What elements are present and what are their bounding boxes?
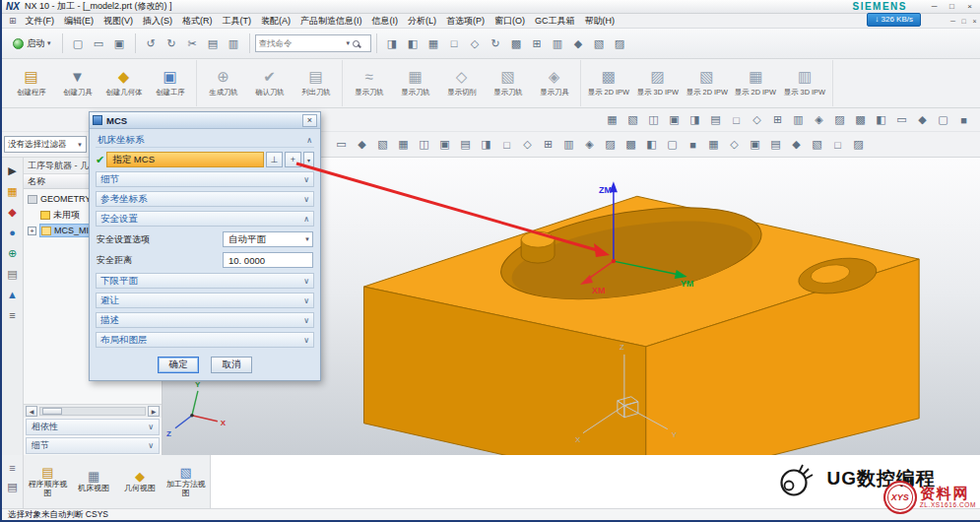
toolbar-icon[interactable]: ◨ [382, 33, 403, 53]
toolbar-icon[interactable]: ▣ [745, 135, 765, 155]
toolbar-icon[interactable]: ▭ [331, 135, 352, 155]
menu-item[interactable]: 插入(S) [138, 15, 177, 28]
toolbar-icon[interactable]: ▦ [602, 110, 622, 130]
toolbar-icon[interactable]: ▢ [933, 110, 953, 130]
toolbar-icon[interactable]: ▢ [68, 33, 89, 53]
close-button[interactable]: × [963, 2, 976, 11]
menu-grid-icon[interactable]: ⊞ [5, 16, 21, 26]
toolbar-icon[interactable]: ⊞ [538, 135, 558, 155]
toolbar-icon[interactable]: ▣ [434, 135, 455, 155]
navigator-view-button[interactable]: ▦ 机床视图 [72, 470, 116, 492]
cancel-button[interactable]: 取消 [211, 357, 252, 373]
toolbar-icon[interactable]: ◆ [352, 135, 372, 155]
scrollbar-track[interactable] [39, 407, 146, 416]
menu-item[interactable]: 信息(I) [367, 15, 404, 28]
toolbar-icon[interactable]: ▦ [424, 33, 444, 53]
toolbar-icon[interactable]: ◇ [724, 135, 745, 155]
scroll-right-icon[interactable]: ▶ [148, 406, 160, 417]
csys-options-caret[interactable]: ▾ [303, 152, 314, 167]
menu-item[interactable]: 编辑(E) [59, 15, 98, 28]
ok-button[interactable]: 确定 [158, 357, 199, 373]
maximize-button[interactable]: □ [946, 2, 958, 11]
dialog-titlebar[interactable]: MCS × [90, 112, 320, 129]
menu-item[interactable]: GC工具箱 [530, 15, 580, 28]
toolbar-icon[interactable]: ▨ [848, 135, 869, 155]
menu-item[interactable]: 帮助(H) [580, 15, 621, 28]
toolbar-icon[interactable]: ◇ [517, 135, 538, 155]
menu-item[interactable]: 窗口(O) [490, 15, 530, 28]
toolbar-icon[interactable]: ▦ [393, 135, 414, 155]
toolbar-icon[interactable]: ⊞ [767, 110, 788, 130]
toolbar-icon[interactable]: ▤ [705, 110, 726, 130]
csys-dialog-button[interactable]: ⊥ [266, 152, 283, 167]
navigator-scrollbar[interactable]: ◀ ▶ [24, 404, 162, 418]
selection-filter[interactable]: 没有选择过滤器 ▼ [4, 136, 87, 153]
doc-restore-button[interactable]: □ [958, 18, 969, 25]
toolbar-icon[interactable]: ◆ [912, 110, 933, 130]
toolbar-icon[interactable]: ▣ [664, 110, 685, 130]
search-icon[interactable] [353, 40, 359, 47]
dialog-close-button[interactable]: × [302, 114, 317, 127]
ribbon-button[interactable]: ▤ 创建程序 [8, 61, 54, 105]
toolbar-icon[interactable]: ▥ [224, 33, 244, 53]
safety-distance-input[interactable]: 10. 0000 [223, 252, 313, 268]
ribbon-button[interactable]: ▼ 创建刀具 [54, 61, 100, 105]
resource-bar-icon[interactable]: ≡ [9, 310, 15, 321]
toolbar-icon[interactable]: ◇ [465, 33, 486, 53]
toolbar-icon[interactable]: ◈ [809, 110, 829, 130]
toolbar-icon[interactable]: ▧ [622, 110, 643, 130]
section-machine-csys[interactable]: 机床坐标系 ∧ [96, 133, 314, 148]
resource-bar-icon[interactable]: ▤ [7, 269, 17, 280]
menu-item[interactable]: 工具(T) [218, 15, 257, 28]
ribbon-button[interactable]: ▧ 显示刀轨 [485, 61, 531, 105]
toolbar-icon[interactable]: ◈ [579, 135, 600, 155]
toolbar-icon[interactable]: ▥ [548, 33, 568, 53]
command-finder[interactable]: ▾ [255, 34, 371, 52]
toolbar-icon[interactable]: ↻ [486, 33, 506, 53]
toolbar-icon[interactable]: ◧ [403, 33, 424, 53]
toolbar-icon[interactable]: ▩ [621, 135, 641, 155]
toolbar-icon[interactable]: ■ [683, 135, 703, 155]
menu-item[interactable]: 分析(L) [403, 15, 441, 28]
start-menu-button[interactable]: 启动 ▾ [7, 34, 57, 53]
toolbar-icon[interactable]: ↺ [141, 33, 162, 53]
toolbar-icon[interactable]: ▭ [89, 33, 109, 53]
toolbar-icon[interactable]: ◨ [685, 110, 705, 130]
command-finder-input[interactable] [259, 38, 344, 48]
resource-bar-icon[interactable]: ⊕ [8, 248, 17, 259]
ribbon-button[interactable]: ▦ 显示 2D IPW [731, 61, 780, 105]
minimize-button[interactable]: ─ [928, 2, 941, 11]
ribbon-button[interactable]: ▨ 显示 3D IPW [633, 61, 683, 105]
specify-mcs-field[interactable]: 指定 MCS [106, 152, 264, 167]
resource-bar-icon[interactable]: ≡ [9, 463, 15, 474]
toolbar-icon[interactable]: ◆ [568, 33, 589, 53]
toolbar-icon[interactable]: ◨ [476, 135, 496, 155]
toolbar-icon[interactable]: ▩ [506, 33, 527, 53]
ribbon-button[interactable]: ▧ 显示 2D IPW [683, 61, 732, 105]
doc-close-button[interactable]: × [969, 18, 980, 25]
ribbon-button[interactable]: ◈ 显示刀具 [531, 61, 577, 105]
menu-item[interactable]: 产品制造信息(I) [295, 15, 367, 28]
toolbar-icon[interactable]: ◧ [641, 135, 662, 155]
dialog-section-header[interactable]: 避让 ∨ [96, 293, 314, 308]
toolbar-icon[interactable]: ◫ [414, 135, 434, 155]
toolbar-icon[interactable]: ▨ [829, 110, 850, 130]
navigator-view-button[interactable]: ▧ 加工方法视图 [163, 466, 208, 497]
toolbar-icon[interactable]: ◧ [871, 110, 891, 130]
menu-item[interactable]: 装配(A) [256, 15, 295, 28]
toolbar-icon[interactable]: ▤ [455, 135, 476, 155]
dependencies-section[interactable]: 相依性 ∨ [26, 419, 160, 435]
expand-icon[interactable]: + [28, 227, 36, 235]
scroll-left-icon[interactable]: ◀ [26, 406, 37, 417]
scrollbar-thumb[interactable] [42, 408, 62, 415]
ribbon-button[interactable]: ◆ 创建几何体 [100, 61, 147, 105]
toolbar-icon[interactable]: ◫ [643, 110, 664, 130]
resource-bar-icon[interactable]: ◆ [8, 207, 16, 218]
section-reference-csys[interactable]: 参考坐标系 ∨ [96, 191, 314, 207]
safety-option-select[interactable]: 自动平面 ▼ [223, 231, 313, 247]
ribbon-button[interactable]: ▩ 显示 2D IPW [584, 61, 633, 105]
toolbar-icon[interactable]: ▢ [662, 135, 683, 155]
resource-bar-icon[interactable]: ▤ [7, 482, 17, 492]
dialog-section-header[interactable]: 布局和图层 ∨ [96, 332, 314, 348]
ribbon-button[interactable]: ▦ 显示刀轨 [392, 61, 438, 105]
